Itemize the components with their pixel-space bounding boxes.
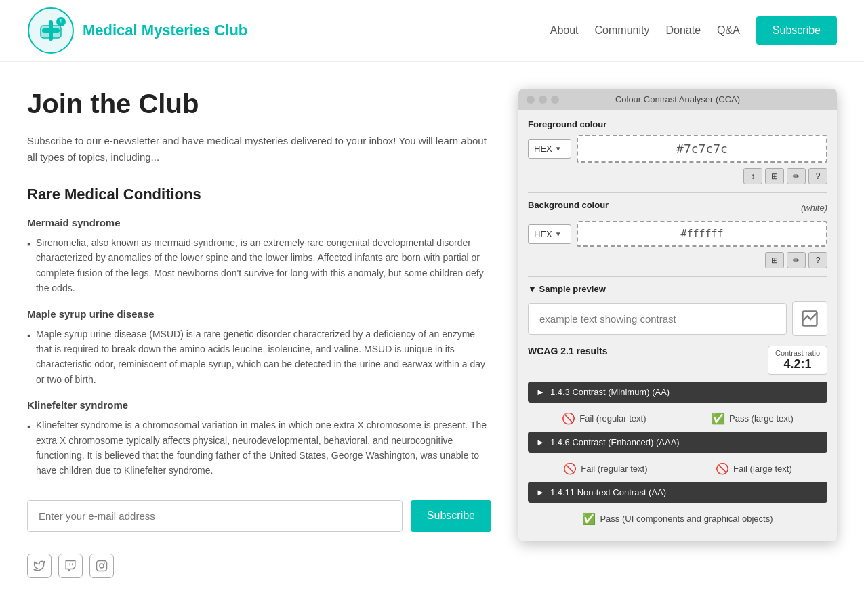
svg-rect-3 — [42, 28, 60, 33]
cca-criterion-aaa-result-1-text: Fail (regular text) — [581, 464, 647, 474]
email-field[interactable] — [27, 500, 403, 532]
cca-sample-preview-label: ▼ Sample preview — [528, 284, 827, 294]
cca-body: Foreground colour HEX ▼ #7c7c7c ↕ ⊞ ✏ ? — [518, 110, 837, 541]
cca-criterion-aa-result-2: ✅ Pass (large text) — [712, 412, 794, 425]
cca-criterion-aa-results: 🚫 Fail (regular text) ✅ Pass (large text… — [528, 408, 827, 432]
form-subscribe-button[interactable]: Subscribe — [411, 500, 491, 532]
cca-wcag-label: WCAG 2.1 results — [528, 346, 607, 356]
cca-contrast-value: 4.2:1 — [775, 357, 820, 371]
cca-window-buttons — [527, 96, 559, 104]
cca-bg-tool-buttons: ⊞ ✏ ? — [528, 252, 827, 268]
twitch-icon[interactable] — [58, 554, 83, 578]
subscribe-form: Subscribe — [27, 500, 491, 532]
cca-contrast-box: Contrast ratio 4.2:1 — [768, 346, 827, 375]
cca-criterion-non-text-result-1: ✅ Pass (UI components and graphical obje… — [582, 512, 773, 525]
cca-criterion-aaa-result-1: 🚫 Fail (regular text) — [563, 462, 647, 475]
condition-maple-list: Maple syrup urine disease (MSUD) is a ra… — [27, 327, 491, 388]
cca-bg-eyedropper-btn[interactable]: ✏ — [787, 252, 806, 268]
cca-background-header-row: Background colour (white) — [528, 200, 827, 215]
cca-criterion-aaa-arrow: ► — [536, 437, 545, 447]
cca-fail-icon-2: 🚫 — [563, 462, 577, 475]
cca-foreground-format-value: HEX — [534, 144, 552, 154]
svg-point-10 — [104, 562, 105, 564]
cca-title: Colour Contrast Analyser (CCA) — [615, 94, 740, 104]
cca-criterion-aaa-result-2-text: Fail (large text) — [733, 464, 792, 474]
cca-wcag-row: WCAG 2.1 results Contrast ratio 4.2:1 — [528, 346, 827, 375]
cca-background-row: HEX ▼ #ffffff — [528, 221, 827, 247]
section-title: Rare Medical Conditions — [27, 186, 491, 203]
social-icons — [27, 554, 491, 578]
main-layout: Join the Club Subscribe to our e-newslet… — [0, 62, 864, 605]
cca-bg-help-btn[interactable]: ? — [808, 252, 827, 268]
cca-criterion-non-text-label: 1.4.11 Non-text Contrast (AA) — [550, 487, 819, 497]
condition-klinefelter-title: Klinefelter syndrome — [27, 399, 491, 411]
cca-criterion-aa[interactable]: ► 1.4.3 Contrast (Minimum) (AA) — [528, 382, 827, 403]
cca-window: Colour Contrast Analyser (CCA) Foregroun… — [518, 89, 837, 541]
conditions-list: Mermaid syndrome Sirenomelia, also known… — [27, 217, 491, 478]
cca-fg-grid-btn[interactable]: ⊞ — [765, 168, 784, 184]
cca-foreground-label: Foreground colour — [528, 119, 827, 129]
cca-criterion-aaa-label: 1.4.6 Contrast (Enhanced) (AAA) — [550, 437, 819, 447]
cca-foreground-input[interactable]: #7c7c7c — [577, 135, 827, 163]
cca-criterion-aa-label: 1.4.3 Contrast (Minimum) (AA) — [550, 387, 819, 397]
condition-maple: Maple syrup urine disease Maple syrup ur… — [27, 308, 491, 388]
nav-donate[interactable]: Donate — [665, 24, 701, 37]
site-header: ! Medical Mysteries Club About Community… — [0, 0, 864, 62]
nav-about[interactable]: About — [550, 24, 579, 37]
condition-mermaid: Mermaid syndrome Sirenomelia, also known… — [27, 217, 491, 296]
nav-community[interactable]: Community — [595, 24, 650, 37]
cca-divider-1 — [528, 192, 827, 193]
cca-fail-icon-3: 🚫 — [716, 462, 729, 475]
cca-panel: Colour Contrast Analyser (CCA) Foregroun… — [518, 89, 837, 578]
header-subscribe-button[interactable]: Subscribe — [756, 16, 837, 45]
cca-maximize-btn[interactable] — [551, 96, 559, 104]
cca-pass-icon-2: ✅ — [582, 512, 596, 525]
twitter-icon[interactable] — [27, 554, 52, 578]
cca-fg-tool-buttons: ↕ ⊞ ✏ ? — [528, 168, 827, 184]
condition-maple-title: Maple syrup urine disease — [27, 308, 491, 320]
cca-close-btn[interactable] — [527, 96, 535, 104]
list-item: Maple syrup urine disease (MSUD) is a ra… — [27, 327, 491, 388]
cca-criterion-aa-result-1-text: Fail (regular text) — [579, 413, 646, 424]
cca-background-format-select[interactable]: HEX ▼ — [528, 224, 571, 244]
cca-chart-icon-box[interactable] — [792, 301, 827, 336]
cca-criterion-aaa-results: 🚫 Fail (regular text) 🚫 Fail (large text… — [528, 458, 827, 482]
cca-background-input[interactable]: #ffffff — [577, 221, 827, 247]
cca-criterion-non-text-result-1-text: Pass (UI components and graphical object… — [600, 514, 773, 524]
condition-mermaid-list: Sirenomelia, also known as mermaid syndr… — [27, 235, 491, 296]
list-item: Sirenomelia, also known as mermaid syndr… — [27, 235, 491, 296]
svg-point-9 — [100, 564, 104, 568]
cca-bg-select-chevron: ▼ — [555, 230, 562, 238]
condition-mermaid-title: Mermaid syndrome — [27, 217, 491, 228]
cca-criterion-non-text-arrow: ► — [536, 487, 545, 497]
page-title: Join the Club — [27, 89, 491, 119]
cca-contrast-label: Contrast ratio — [775, 349, 820, 357]
cca-background-white-label: (white) — [801, 203, 827, 213]
cca-fg-help-btn[interactable]: ? — [808, 168, 827, 184]
cca-criterion-aa-arrow: ► — [536, 387, 545, 397]
cca-fg-swap-btn[interactable]: ↕ — [743, 168, 762, 184]
svg-rect-8 — [97, 560, 107, 571]
condition-klinefelter-list: Klinefelter syndrome is a chromosomal va… — [27, 417, 491, 478]
cca-pass-icon-1: ✅ — [712, 412, 725, 425]
instagram-icon[interactable] — [89, 554, 114, 578]
cca-fail-icon-1: 🚫 — [562, 412, 575, 425]
cca-criterion-aa-result-2-text: Pass (large text) — [729, 413, 794, 424]
cca-bg-grid-btn[interactable]: ⊞ — [765, 252, 784, 268]
cca-minimize-btn[interactable] — [539, 96, 547, 104]
cca-select-chevron: ▼ — [555, 145, 562, 152]
content-area: Join the Club Subscribe to our e-newslet… — [27, 89, 491, 578]
main-nav: About Community Donate Q&A Subscribe — [550, 16, 837, 45]
cca-titlebar: Colour Contrast Analyser (CCA) — [518, 89, 837, 110]
cca-divider-2 — [528, 276, 827, 277]
cca-criterion-aaa-result-2: 🚫 Fail (large text) — [716, 462, 792, 475]
cca-foreground-row: HEX ▼ #7c7c7c — [528, 135, 827, 163]
cca-foreground-format-select[interactable]: HEX ▼ — [528, 139, 571, 159]
cca-criterion-aaa[interactable]: ► 1.4.6 Contrast (Enhanced) (AAA) — [528, 432, 827, 453]
cca-criterion-aa-result-1: 🚫 Fail (regular text) — [562, 412, 646, 425]
cca-criterion-non-text[interactable]: ► 1.4.11 Non-text Contrast (AA) — [528, 482, 827, 503]
nav-qa[interactable]: Q&A — [717, 24, 740, 37]
cca-fg-eyedropper-btn[interactable]: ✏ — [787, 168, 806, 184]
logo-text: Medical Mysteries Club — [83, 22, 247, 39]
intro-text: Subscribe to our e-newsletter and have m… — [27, 133, 491, 165]
